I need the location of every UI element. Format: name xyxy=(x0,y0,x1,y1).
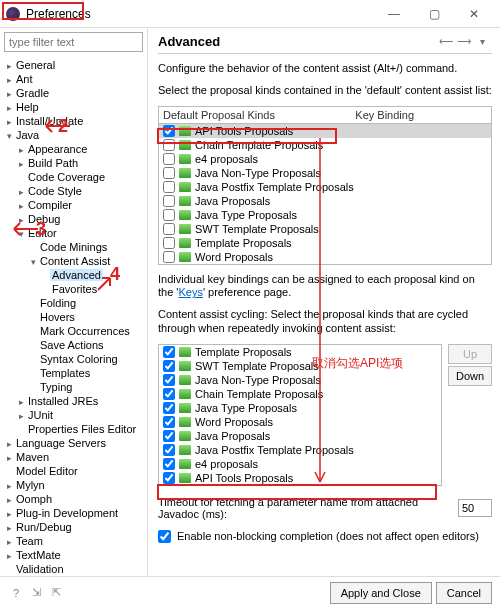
tree-item[interactable]: ▸Language Servers xyxy=(0,436,147,450)
cycling-proposals-list[interactable]: Template ProposalsSWT Template Proposals… xyxy=(158,344,442,486)
proposal-row[interactable]: Chain Template Proposals xyxy=(159,138,491,152)
tree-item[interactable]: ▸Help xyxy=(0,100,147,114)
tree-toggle-icon[interactable]: ▸ xyxy=(4,103,14,113)
proposal-row[interactable]: SWT Template Proposals xyxy=(159,359,441,373)
tree-toggle-icon[interactable]: ▸ xyxy=(4,89,14,99)
tree-item[interactable]: Advanced xyxy=(0,268,147,282)
maximize-button[interactable]: ▢ xyxy=(414,1,454,27)
tree-item[interactable]: Templates xyxy=(0,366,147,380)
proposal-row[interactable]: Java Type Proposals xyxy=(159,401,441,415)
proposal-row[interactable]: Chain Template Proposals xyxy=(159,387,441,401)
proposal-row[interactable]: API Tools Proposals xyxy=(159,124,491,138)
tree-item[interactable]: ▾Editor xyxy=(0,226,147,240)
default-proposals-list[interactable]: API Tools ProposalsChain Template Propos… xyxy=(158,123,492,265)
tree-item[interactable]: ▸Gradle xyxy=(0,86,147,100)
proposal-row[interactable]: Java Proposals xyxy=(159,429,441,443)
tree-item[interactable]: Mark Occurrences xyxy=(0,324,147,338)
proposal-checkbox[interactable] xyxy=(163,430,175,442)
tree-item[interactable]: ▸JUnit xyxy=(0,408,147,422)
tree-item[interactable]: Code Minings xyxy=(0,240,147,254)
tree-item[interactable]: Model Editor xyxy=(0,464,147,478)
proposal-checkbox[interactable] xyxy=(163,125,175,137)
proposal-row[interactable]: Template Proposals xyxy=(159,236,491,250)
down-button[interactable]: Down xyxy=(448,366,492,386)
proposal-checkbox[interactable] xyxy=(163,237,175,249)
proposal-checkbox[interactable] xyxy=(163,209,175,221)
tree-item[interactable]: ▸Installed JREs xyxy=(0,394,147,408)
tree-toggle-icon[interactable]: ▸ xyxy=(4,61,14,71)
proposal-row[interactable]: Template Proposals xyxy=(159,345,441,359)
proposal-checkbox[interactable] xyxy=(163,360,175,372)
tree-item[interactable]: Save Actions xyxy=(0,338,147,352)
tree-item[interactable]: ▸Mylyn xyxy=(0,478,147,492)
tree-toggle-icon[interactable]: ▾ xyxy=(4,131,14,141)
tree-toggle-icon[interactable]: ▸ xyxy=(4,117,14,127)
tree-toggle-icon[interactable]: ▸ xyxy=(16,145,26,155)
export-icon[interactable]: ⇱ xyxy=(48,585,64,601)
tree-toggle-icon[interactable]: ▸ xyxy=(16,187,26,197)
tree-item[interactable]: ▸Run/Debug xyxy=(0,520,147,534)
tree-toggle-icon[interactable]: ▸ xyxy=(4,75,14,85)
proposal-row[interactable]: e4 proposals xyxy=(159,152,491,166)
cancel-button[interactable]: Cancel xyxy=(436,582,492,604)
proposal-checkbox[interactable] xyxy=(163,153,175,165)
back-button[interactable]: ⟵ xyxy=(438,34,454,48)
tree-item[interactable]: Syntax Coloring xyxy=(0,352,147,366)
tree-toggle-icon[interactable]: ▸ xyxy=(16,159,26,169)
tree-item[interactable]: Typing xyxy=(0,380,147,394)
tree-item[interactable]: ▾Java xyxy=(0,128,147,142)
proposal-row[interactable]: Java Postfix Template Proposals xyxy=(159,443,441,457)
tree-item[interactable]: Favorites xyxy=(0,282,147,296)
proposal-checkbox[interactable] xyxy=(163,388,175,400)
forward-button[interactable]: ⟶ xyxy=(456,34,472,48)
proposal-checkbox[interactable] xyxy=(163,195,175,207)
proposal-checkbox[interactable] xyxy=(163,251,175,263)
proposal-checkbox[interactable] xyxy=(163,139,175,151)
tree-item[interactable]: ▸Appearance xyxy=(0,142,147,156)
proposal-row[interactable]: Word Proposals xyxy=(159,415,441,429)
up-button[interactable]: Up xyxy=(448,344,492,364)
proposal-checkbox[interactable] xyxy=(163,374,175,386)
tree-item[interactable]: Folding xyxy=(0,296,147,310)
proposal-row[interactable]: Java Type Proposals xyxy=(159,208,491,222)
tree-item[interactable]: ▸Oomph xyxy=(0,492,147,506)
tree-toggle-icon[interactable]: ▾ xyxy=(16,229,26,239)
tree-toggle-icon[interactable]: ▸ xyxy=(4,439,14,449)
filter-input[interactable] xyxy=(4,32,143,52)
help-icon[interactable]: ? xyxy=(8,585,24,601)
tree-item[interactable]: Code Coverage xyxy=(0,170,147,184)
tree-item[interactable]: Hovers xyxy=(0,310,147,324)
tree-item[interactable]: ▸Plug-in Development xyxy=(0,506,147,520)
proposal-row[interactable]: API Tools Proposals xyxy=(159,471,441,485)
apply-close-button[interactable]: Apply and Close xyxy=(330,582,432,604)
proposal-row[interactable]: SWT Template Proposals xyxy=(159,222,491,236)
proposal-checkbox[interactable] xyxy=(163,416,175,428)
tree-item[interactable]: ▸General xyxy=(0,58,147,72)
tree-item[interactable]: ▸Team xyxy=(0,534,147,548)
nonblocking-checkbox[interactable] xyxy=(158,530,171,543)
tree-item[interactable]: ▸TextMate xyxy=(0,548,147,562)
proposal-row[interactable]: Java Non-Type Proposals xyxy=(159,166,491,180)
tree-item[interactable]: ▸Ant xyxy=(0,72,147,86)
proposal-row[interactable]: Java Proposals xyxy=(159,194,491,208)
close-button[interactable]: ✕ xyxy=(454,1,494,27)
tree-toggle-icon[interactable]: ▸ xyxy=(4,453,14,463)
tree-item[interactable]: ▾Content Assist xyxy=(0,254,147,268)
tree-toggle-icon[interactable]: ▸ xyxy=(4,537,14,547)
proposal-row[interactable]: Word Proposals xyxy=(159,250,491,264)
proposal-checkbox[interactable] xyxy=(163,444,175,456)
proposal-row[interactable]: Java Postfix Template Proposals xyxy=(159,180,491,194)
tree-toggle-icon[interactable]: ▸ xyxy=(4,509,14,519)
tree-item[interactable]: ▸Code Style xyxy=(0,184,147,198)
tree-item[interactable]: ▸Compiler xyxy=(0,198,147,212)
tree-item[interactable]: ▸Debug xyxy=(0,212,147,226)
tree-item[interactable]: ▸Maven xyxy=(0,450,147,464)
tree-item[interactable]: Validation xyxy=(0,562,147,576)
proposal-row[interactable]: e4 proposals xyxy=(159,457,441,471)
tree-toggle-icon[interactable]: ▸ xyxy=(16,215,26,225)
tree-toggle-icon[interactable]: ▸ xyxy=(4,551,14,561)
proposal-checkbox[interactable] xyxy=(163,472,175,484)
proposal-checkbox[interactable] xyxy=(163,402,175,414)
menu-button[interactable]: ▾ xyxy=(474,34,490,48)
proposal-checkbox[interactable] xyxy=(163,223,175,235)
